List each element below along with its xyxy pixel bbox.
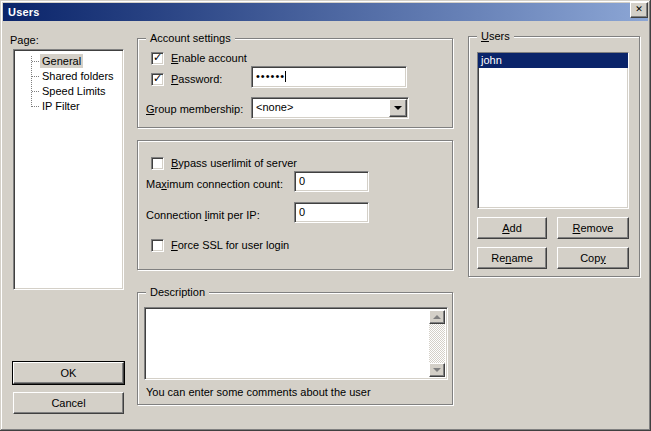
dropdown-button[interactable] <box>389 99 407 117</box>
page-label: Page: <box>10 34 39 47</box>
enable-account-label[interactable]: Enable account <box>171 52 247 65</box>
remove-button[interactable]: Remove <box>557 217 629 239</box>
connection-limits-group: Bypass userlimit of server Maximum conne… <box>137 140 453 270</box>
scroll-up-button[interactable] <box>429 310 445 324</box>
password-masked-value: •••••• <box>256 70 285 82</box>
tree-item-shared-folders[interactable]: Shared folders <box>14 69 123 84</box>
close-button[interactable]: ✕ <box>630 2 648 18</box>
password-input[interactable]: •••••• <box>251 66 407 88</box>
cancel-button[interactable]: Cancel <box>13 392 124 414</box>
password-label[interactable]: Password: <box>171 73 222 86</box>
scrollbar-track[interactable] <box>429 310 445 377</box>
group-membership-label: Group membership: <box>146 103 243 116</box>
rename-button[interactable]: Rename <box>477 247 547 269</box>
max-connection-count-label: Maximum connection count: <box>146 178 283 191</box>
tree-item-general[interactable]: General <box>14 54 123 69</box>
description-caption: You can enter some comments about the us… <box>146 386 371 399</box>
max-connection-count-input[interactable]: 0 <box>294 171 369 192</box>
scroll-down-button[interactable] <box>429 363 445 377</box>
account-settings-title: Account settings <box>146 32 235 45</box>
description-group: Description You can enter some comments … <box>137 292 453 405</box>
page-tree: General Shared folders Speed Limits IP F… <box>13 49 124 290</box>
connection-limit-per-ip-input[interactable]: 0 <box>294 202 369 223</box>
account-settings-group: Account settings ✓ Enable account ✓ Pass… <box>137 38 453 128</box>
tree-item-ip-filter[interactable]: IP Filter <box>14 99 123 114</box>
window-title: Users <box>8 6 40 18</box>
titlebar[interactable]: Users <box>3 3 648 21</box>
group-membership-select[interactable]: <none> <box>251 97 409 119</box>
connection-limit-per-ip-label: Connection limit per IP: <box>146 209 260 222</box>
users-dialog: Users ✕ Page: General Shared folders Spe… <box>0 0 651 431</box>
users-group: Users john Add Remove Rename Copy <box>468 36 640 277</box>
arrow-up-icon <box>433 315 441 319</box>
force-ssl-checkbox[interactable] <box>151 239 164 252</box>
user-list-item[interactable]: john <box>478 53 628 68</box>
add-button[interactable]: Add <box>477 217 547 239</box>
copy-button[interactable]: Copy <box>557 247 629 269</box>
users-group-title: Users <box>477 30 514 43</box>
chevron-down-icon <box>394 106 402 110</box>
check-icon: ✓ <box>153 72 162 85</box>
arrow-down-icon <box>433 368 441 372</box>
check-icon: ✓ <box>153 51 162 64</box>
description-textarea[interactable] <box>144 307 448 380</box>
bypass-userlimit-checkbox[interactable] <box>151 157 164 170</box>
description-title: Description <box>146 286 209 299</box>
bypass-userlimit-label[interactable]: Bypass userlimit of server <box>171 157 297 170</box>
tree-item-speed-limits[interactable]: Speed Limits <box>14 84 123 99</box>
force-ssl-label[interactable]: Force SSL for user login <box>171 239 289 252</box>
ok-button[interactable]: OK <box>13 362 124 384</box>
password-checkbox[interactable]: ✓ <box>151 73 164 86</box>
group-membership-value: <none> <box>256 101 293 114</box>
enable-account-checkbox[interactable]: ✓ <box>151 52 164 65</box>
users-list[interactable]: john <box>477 52 629 209</box>
text-caret <box>285 71 286 82</box>
close-icon: ✕ <box>635 5 643 14</box>
